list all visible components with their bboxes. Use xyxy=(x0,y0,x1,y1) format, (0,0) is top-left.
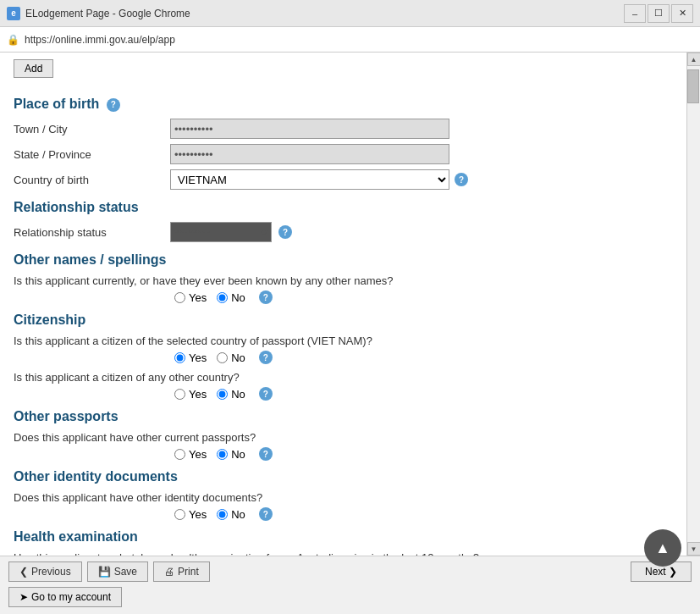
scroll-thumb[interactable] xyxy=(687,69,699,103)
close-button[interactable]: ✕ xyxy=(671,4,693,23)
other-identity-radio-group: Yes No ? xyxy=(174,507,673,521)
scroll-track[interactable] xyxy=(687,66,700,542)
print-button[interactable]: 🖨 Print xyxy=(153,561,210,582)
health-examination-header: Health examination xyxy=(14,529,673,545)
citizenship-q2-yes-radio[interactable] xyxy=(174,389,185,400)
other-names-help-icon[interactable]: ? xyxy=(259,290,273,304)
other-passports-radio-group: Yes No ? xyxy=(174,447,673,461)
citizenship-q1-radio-group: Yes No ? xyxy=(174,351,673,364)
relationship-status-label: Relationship status xyxy=(14,226,170,239)
other-passports-section: Other passports Does this applicant have… xyxy=(14,409,673,461)
previous-icon: ❮ xyxy=(19,566,28,578)
other-passports-header: Other passports xyxy=(14,409,673,424)
other-passports-yes-radio[interactable] xyxy=(174,449,185,460)
state-province-label: State / Province xyxy=(14,148,170,161)
other-passports-no-option[interactable]: No xyxy=(217,448,245,461)
citizenship-q1-help-icon[interactable]: ? xyxy=(259,351,273,364)
browser-content: Add Place of birth ? Town / City State /… xyxy=(0,53,700,556)
page-area: Add Place of birth ? Town / City State /… xyxy=(0,53,686,556)
other-names-yes-option[interactable]: Yes xyxy=(174,291,207,304)
town-city-input[interactable] xyxy=(170,119,449,139)
place-of-birth-header: Place of birth ? xyxy=(14,97,673,112)
other-names-yes-radio[interactable] xyxy=(174,292,185,303)
town-city-label: Town / City xyxy=(14,123,170,136)
state-province-input[interactable] xyxy=(170,144,449,164)
citizenship-header: Citizenship xyxy=(14,313,673,328)
relationship-status-select[interactable]: •••••••••• xyxy=(170,222,272,242)
print-icon: 🖨 xyxy=(164,566,174,578)
other-names-header: Other names / spellings xyxy=(14,252,673,268)
up-arrow-icon: ▲ xyxy=(655,539,670,557)
other-identity-yes-option[interactable]: Yes xyxy=(174,508,207,521)
other-identity-no-option[interactable]: No xyxy=(217,508,245,521)
browser-icon: e xyxy=(7,7,20,20)
relationship-status-section: Relationship status Relationship status … xyxy=(14,200,673,242)
citizenship-question2: Is this applicant a citizen of any other… xyxy=(14,371,673,384)
other-names-radio-group: Yes No ? xyxy=(174,290,673,304)
scroll-up-arrow[interactable]: ▲ xyxy=(687,53,701,66)
country-birth-row: Country of birth VIETNAM AUSTRALIA OTHER… xyxy=(14,169,673,190)
citizenship-q1-no-option[interactable]: No xyxy=(217,351,245,364)
bottom-toolbar-row1: ❮ Previous 💾 Save 🖨 Print Next ❯ xyxy=(0,556,700,587)
other-identity-section: Other identity documents Does this appli… xyxy=(14,469,673,521)
other-identity-yes-radio[interactable] xyxy=(174,509,185,520)
citizenship-q2-no-option[interactable]: No xyxy=(217,388,245,401)
bottom-toolbar-row2: ➤ Go to my account xyxy=(0,587,700,614)
scrollbar: ▲ ▼ xyxy=(686,53,700,556)
citizenship-q1-no-radio[interactable] xyxy=(217,352,228,363)
citizenship-q2-yes-option[interactable]: Yes xyxy=(174,388,207,401)
url-text: https://online.immi.gov.au/elp/app xyxy=(25,34,693,46)
citizenship-question1: Is this applicant a citizen of the selec… xyxy=(14,335,673,347)
scroll-down-arrow[interactable]: ▼ xyxy=(687,542,701,556)
state-province-row: State / Province xyxy=(14,144,673,164)
other-names-no-radio[interactable] xyxy=(217,292,228,303)
other-names-no-option[interactable]: No xyxy=(217,291,245,304)
town-city-row: Town / City xyxy=(14,119,673,139)
previous-button[interactable]: ❮ Previous xyxy=(8,561,82,582)
country-birth-select[interactable]: VIETNAM AUSTRALIA OTHER xyxy=(170,169,449,190)
citizenship-section: Citizenship Is this applicant a citizen … xyxy=(14,313,673,401)
other-names-section: Other names / spellings Is this applican… xyxy=(14,252,673,304)
address-bar: 🔒 https://online.immi.gov.au/elp/app xyxy=(0,27,700,53)
other-names-question: Is this applicant currently, or have the… xyxy=(14,274,673,287)
add-button[interactable]: Add xyxy=(14,59,53,78)
country-birth-help-icon[interactable]: ? xyxy=(455,173,468,186)
other-identity-question: Does this applicant have other identity … xyxy=(14,491,673,504)
citizenship-q1-yes-option[interactable]: Yes xyxy=(174,351,207,364)
relationship-status-header: Relationship status xyxy=(14,200,673,215)
window-title: ELodgement Page - Google Chrome xyxy=(25,8,624,19)
maximize-button[interactable]: ☐ xyxy=(648,4,670,23)
lock-icon: 🔒 xyxy=(7,34,19,46)
citizenship-q2-no-radio[interactable] xyxy=(217,389,228,400)
other-identity-no-radio[interactable] xyxy=(217,509,228,520)
save-button[interactable]: 💾 Save xyxy=(87,561,148,582)
citizenship-q2-help-icon[interactable]: ? xyxy=(259,387,273,401)
save-icon: 💾 xyxy=(98,566,111,578)
other-passports-question: Does this applicant have other current p… xyxy=(14,431,673,444)
other-identity-header: Other identity documents xyxy=(14,469,673,484)
place-of-birth-help-icon[interactable]: ? xyxy=(107,98,120,112)
browser-window: e ELodgement Page - Google Chrome – ☐ ✕ … xyxy=(0,0,700,614)
other-passports-no-radio[interactable] xyxy=(217,449,228,460)
citizenship-q1-yes-radio[interactable] xyxy=(174,352,185,363)
citizenship-q2-radio-group: Yes No ? xyxy=(174,387,673,401)
back-to-top-button[interactable]: ▲ xyxy=(644,529,681,567)
goto-icon: ➤ xyxy=(19,591,28,603)
country-birth-label: Country of birth xyxy=(14,174,170,186)
place-of-birth-section: Place of birth ? Town / City State / Pro… xyxy=(14,97,673,190)
goto-account-button[interactable]: ➤ Go to my account xyxy=(8,587,122,607)
title-bar: e ELodgement Page - Google Chrome – ☐ ✕ xyxy=(0,0,700,27)
other-passports-yes-option[interactable]: Yes xyxy=(174,448,207,461)
relationship-status-row: Relationship status •••••••••• ? xyxy=(14,222,673,242)
health-examination-section: Health examination Has this applicant un… xyxy=(14,529,673,556)
other-passports-help-icon[interactable]: ? xyxy=(259,447,273,461)
other-identity-help-icon[interactable]: ? xyxy=(259,507,273,521)
minimize-button[interactable]: – xyxy=(624,4,646,23)
bottom-section: ❮ Previous 💾 Save 🖨 Print Next ❯ ➤ Go to… xyxy=(0,556,700,614)
relationship-status-help-icon[interactable]: ? xyxy=(278,225,292,239)
window-controls: – ☐ ✕ xyxy=(624,4,693,23)
